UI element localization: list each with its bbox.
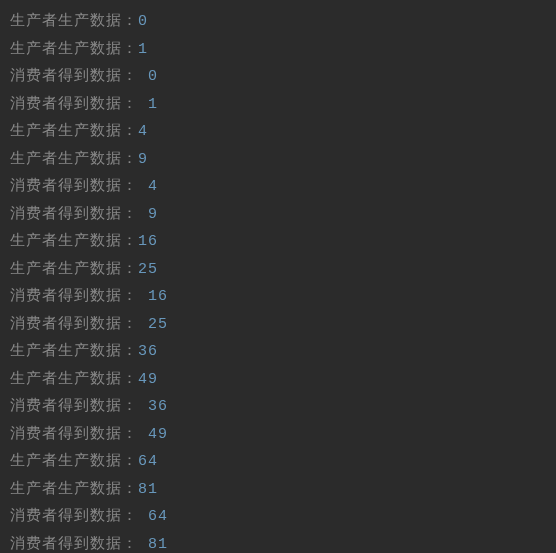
console-line: 生产者生产数据：9	[10, 146, 546, 174]
consumer-label: 消费者得到数据：	[10, 68, 148, 85]
output-value: 9	[138, 151, 148, 168]
output-value: 49	[138, 371, 158, 388]
console-line: 生产者生产数据：16	[10, 228, 546, 256]
console-line: 消费者得到数据： 49	[10, 421, 546, 449]
consumer-label: 消费者得到数据：	[10, 316, 148, 333]
console-line: 消费者得到数据： 81	[10, 531, 546, 554]
console-line: 生产者生产数据：81	[10, 476, 546, 504]
producer-label: 生产者生产数据：	[10, 41, 138, 58]
console-line: 生产者生产数据：25	[10, 256, 546, 284]
console-line: 生产者生产数据：0	[10, 8, 546, 36]
producer-label: 生产者生产数据：	[10, 261, 138, 278]
output-value: 81	[138, 481, 158, 498]
producer-label: 生产者生产数据：	[10, 453, 138, 470]
output-value: 1	[148, 96, 158, 113]
output-value: 0	[148, 68, 158, 85]
output-value: 64	[148, 508, 168, 525]
consumer-label: 消费者得到数据：	[10, 508, 148, 525]
console-line: 消费者得到数据： 9	[10, 201, 546, 229]
producer-label: 生产者生产数据：	[10, 343, 138, 360]
output-value: 16	[148, 288, 168, 305]
consumer-label: 消费者得到数据：	[10, 206, 148, 223]
console-line: 消费者得到数据： 4	[10, 173, 546, 201]
console-output: 生产者生产数据：0生产者生产数据：1消费者得到数据： 0消费者得到数据： 1生产…	[10, 8, 546, 553]
output-value: 9	[148, 206, 158, 223]
console-line: 生产者生产数据：49	[10, 366, 546, 394]
output-value: 25	[138, 261, 158, 278]
consumer-label: 消费者得到数据：	[10, 288, 148, 305]
output-value: 81	[148, 536, 168, 553]
console-line: 消费者得到数据： 1	[10, 91, 546, 119]
output-value: 64	[138, 453, 158, 470]
console-line: 消费者得到数据： 0	[10, 63, 546, 91]
console-line: 消费者得到数据： 64	[10, 503, 546, 531]
output-value: 25	[148, 316, 168, 333]
output-value: 36	[148, 398, 168, 415]
console-line: 生产者生产数据：64	[10, 448, 546, 476]
console-line: 消费者得到数据： 16	[10, 283, 546, 311]
producer-label: 生产者生产数据：	[10, 13, 138, 30]
console-line: 生产者生产数据：4	[10, 118, 546, 146]
output-value: 1	[138, 41, 148, 58]
console-line: 生产者生产数据：1	[10, 36, 546, 64]
output-value: 4	[148, 178, 158, 195]
console-line: 消费者得到数据： 25	[10, 311, 546, 339]
producer-label: 生产者生产数据：	[10, 151, 138, 168]
consumer-label: 消费者得到数据：	[10, 426, 148, 443]
producer-label: 生产者生产数据：	[10, 233, 138, 250]
output-value: 4	[138, 123, 148, 140]
producer-label: 生产者生产数据：	[10, 481, 138, 498]
output-value: 36	[138, 343, 158, 360]
producer-label: 生产者生产数据：	[10, 371, 138, 388]
consumer-label: 消费者得到数据：	[10, 398, 148, 415]
consumer-label: 消费者得到数据：	[10, 536, 148, 553]
consumer-label: 消费者得到数据：	[10, 178, 148, 195]
console-line: 消费者得到数据： 36	[10, 393, 546, 421]
console-line: 生产者生产数据：36	[10, 338, 546, 366]
output-value: 0	[138, 13, 148, 30]
producer-label: 生产者生产数据：	[10, 123, 138, 140]
consumer-label: 消费者得到数据：	[10, 96, 148, 113]
output-value: 16	[138, 233, 158, 250]
output-value: 49	[148, 426, 168, 443]
